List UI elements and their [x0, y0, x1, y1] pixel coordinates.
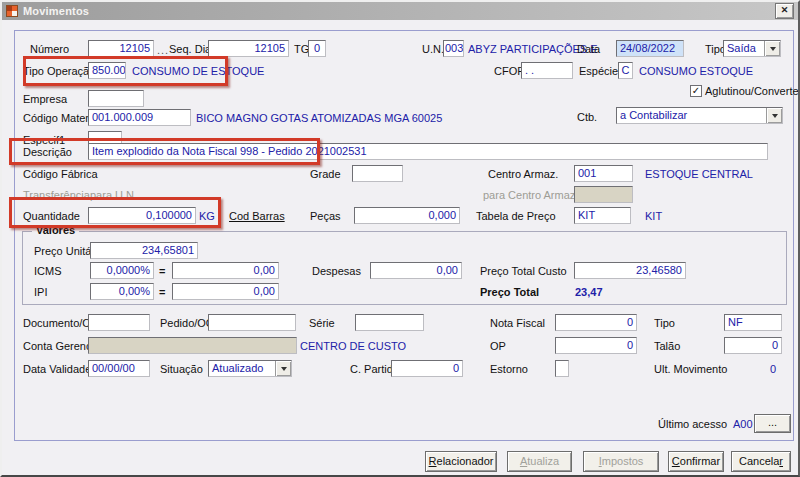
- para-centro-armaz-label: para Centro Armaz.: [483, 189, 578, 201]
- numero-field[interactable]: 12105: [88, 40, 154, 57]
- descricao-field[interactable]: Item explodido da Nota Fiscal 998 - Pedi…: [88, 143, 768, 160]
- button-text: onfirmar: [680, 455, 720, 467]
- nota-fiscal-field[interactable]: 0: [555, 314, 637, 331]
- pecas-field[interactable]: 0,000: [354, 207, 460, 224]
- icms-value-field[interactable]: 0,00: [172, 262, 279, 279]
- button-text: mpostos Movto: [602, 455, 644, 477]
- estorno-checkbox[interactable]: [555, 360, 569, 377]
- cancelar-button[interactable]: Cancelar: [731, 451, 791, 472]
- talao-label: Talão: [654, 340, 680, 352]
- tg-field[interactable]: 0: [308, 40, 326, 57]
- op-field[interactable]: 0: [555, 337, 637, 354]
- pedido-oc-label: Pedido/OC: [160, 317, 214, 329]
- tabela-preco-description: KIT: [645, 210, 662, 222]
- talao-field[interactable]: 0: [724, 337, 782, 354]
- ctb-dropdown[interactable]: a Contabilizar: [616, 107, 783, 124]
- aglutinou-label: Aglutinou/Converteu: [705, 85, 800, 97]
- app-icon: [6, 5, 18, 17]
- ipi-pct-field[interactable]: 0,00%: [90, 283, 154, 300]
- serie-field[interactable]: [355, 314, 424, 331]
- centro-armaz-label: Centro Armaz.: [488, 168, 558, 180]
- seq-dia-field[interactable]: 12105: [208, 40, 289, 57]
- centro-armaz-field[interactable]: 001: [574, 165, 633, 182]
- icms-label: ICMS: [34, 265, 62, 277]
- para-un-label: para U.N.: [90, 189, 137, 201]
- ctb-label: Ctb.: [577, 111, 597, 123]
- button-mnemonic: r: [779, 455, 783, 467]
- empresa-label: Empresa: [23, 93, 67, 105]
- button-text: Cancela: [739, 455, 779, 467]
- pedido-oc-field[interactable]: [208, 314, 296, 331]
- un-label: U.N.: [422, 43, 444, 55]
- ult-movimento-label: Ult. Movimento: [654, 363, 727, 375]
- confirmar-button[interactable]: Confirmar: [668, 451, 724, 472]
- close-icon[interactable]: ✕: [775, 3, 794, 19]
- seq-dia-label: Seq. Dia: [169, 43, 211, 55]
- chevron-down-icon[interactable]: [764, 41, 780, 56]
- c-partida-field[interactable]: 0: [391, 360, 463, 377]
- para-centro-armaz-field: [574, 186, 633, 203]
- cfop-field[interactable]: . .: [521, 62, 573, 79]
- ipi-value-field[interactable]: 0,00: [172, 283, 279, 300]
- window-title: Movimentos: [23, 5, 770, 17]
- chevron-down-icon[interactable]: [766, 108, 782, 123]
- situacao-label: Situação: [160, 363, 203, 375]
- despesas-label: Despesas: [312, 265, 361, 277]
- ultimo-acesso-label: Último acesso: [658, 418, 727, 430]
- cod-barras-link[interactable]: Cod Barras: [229, 210, 285, 222]
- documento-os-field[interactable]: [88, 314, 150, 331]
- tipo-nf-label: Tipo: [654, 317, 675, 329]
- icms-pct-field[interactable]: 0,0000%: [90, 262, 154, 279]
- tipo-operacao-field[interactable]: 850.00: [88, 62, 126, 79]
- ipi-label: IPI: [34, 286, 47, 298]
- codigo-material-field[interactable]: 001.000.009: [88, 109, 191, 126]
- preco-unitario-field[interactable]: 234,65801: [90, 242, 198, 259]
- centro-armaz-description: ESTOQUE CENTRAL: [645, 168, 753, 180]
- chevron-down-icon[interactable]: [275, 361, 291, 376]
- button-text: tualiza: [527, 455, 559, 467]
- check-icon: ✓: [692, 85, 700, 96]
- button-text: elacionador: [437, 455, 494, 467]
- preco-total-custo-label: Preço Total Custo: [480, 265, 567, 277]
- data-field[interactable]: 24/08/2022: [616, 40, 684, 57]
- data-label: Data: [577, 43, 600, 55]
- quantidade-unit: KG: [199, 210, 215, 222]
- situacao-dropdown[interactable]: Atualizado: [208, 360, 292, 377]
- quantidade-field[interactable]: 0,100000: [88, 207, 196, 224]
- numero-label: Número: [30, 43, 69, 55]
- un-field[interactable]: 003: [443, 40, 464, 57]
- tipo-operacao-label: Tipo Operação: [23, 65, 95, 77]
- tipo-operacao-description: CONSUMO DE ESTOQUE: [132, 65, 264, 77]
- pecas-label: Peças: [310, 210, 341, 222]
- preco-total-custo-field[interactable]: 23,46580: [574, 262, 686, 279]
- movimentos-window: Movimentos ✕ Número 12105 ... Seq. Dia 1…: [0, 0, 800, 477]
- grade-label: Grade: [310, 168, 341, 180]
- despesas-field[interactable]: 0,00: [370, 262, 462, 279]
- especie-field[interactable]: C: [618, 62, 633, 79]
- nota-fiscal-label: Nota Fiscal: [490, 317, 545, 329]
- especie-description: CONSUMO ESTOQUE: [639, 65, 753, 77]
- tabela-preco-field[interactable]: KIT: [574, 207, 631, 224]
- conta-gerencial-field: [88, 337, 297, 354]
- atualiza-button: Atualiza: [507, 451, 572, 472]
- numero-lookup-icon[interactable]: ...: [157, 44, 169, 56]
- descricao-label: Descrição: [23, 146, 72, 158]
- ultimo-acesso-lookup-button[interactable]: ...: [754, 414, 791, 433]
- ctb-dropdown-value: a Contabilizar: [620, 109, 687, 121]
- data-validade-field[interactable]: 00/00/00: [88, 360, 150, 377]
- serie-label: Série: [309, 317, 335, 329]
- grade-field[interactable]: [352, 165, 403, 182]
- codigo-fabrica-label: Código Fábrica: [23, 168, 98, 180]
- aglutinou-checkbox[interactable]: ✓: [690, 85, 702, 97]
- ult-movimento-value: 0: [728, 363, 776, 375]
- tipo-nf-field[interactable]: NF: [724, 314, 782, 331]
- especif1-label: Especif1: [23, 134, 65, 146]
- quantidade-label: Quantidade: [23, 210, 80, 222]
- preco-total-label: Preço Total: [480, 286, 539, 298]
- button-mnemonic: C: [672, 455, 680, 467]
- transferencia-label: Transferência: [23, 189, 90, 201]
- preco-total-value: 23,47: [575, 286, 603, 298]
- empresa-field[interactable]: [88, 90, 144, 107]
- tipo-dropdown[interactable]: Saída: [723, 40, 781, 57]
- relacionador-button[interactable]: Relacionador: [425, 451, 497, 472]
